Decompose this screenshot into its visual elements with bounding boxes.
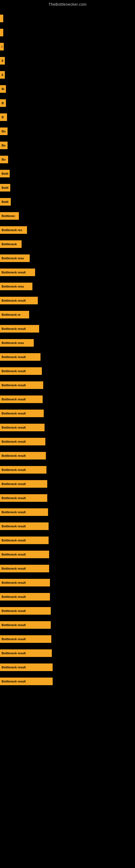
bar-row: Bottleneck result: [0, 519, 135, 533]
bar-row: Bottleneck: [0, 237, 135, 251]
bar-item-33: Bottleneck result: [0, 480, 47, 488]
bar-item-26: Bottleneck result: [0, 381, 43, 389]
bar-label-text-33: Bottleneck result: [2, 482, 26, 486]
bar-label-text-45: Bottleneck result: [2, 652, 26, 655]
bar-item-34: Bottleneck result: [0, 494, 47, 502]
bar-row: Bottleneck resu: [0, 279, 135, 293]
bar-item-31: Bottleneck result: [0, 452, 46, 460]
bar-label-text-16: Bottleneck: [2, 243, 17, 246]
bar-item-40: Bottleneck result: [0, 579, 50, 586]
bar-item-17: Bottleneck resu: [0, 254, 30, 262]
bar-item-46: Bottleneck result: [0, 663, 53, 671]
bar-row: E: [0, 68, 135, 82]
bar-label-text-24: Bottleneck result: [2, 355, 26, 359]
bar-label-text-10: Bo: [2, 158, 6, 161]
bar-label-text-37: Bottleneck result: [2, 539, 26, 542]
bar-item-27: Bottleneck result: [0, 396, 43, 403]
bar-item-7: B: [0, 113, 7, 121]
bar-row: Bottleneck result: [0, 463, 135, 477]
bar-item-28: Bottleneck result: [0, 410, 44, 417]
bar-item-10: Bo: [0, 156, 8, 163]
bar-item-24: Bottleneck result: [0, 353, 41, 361]
bar-row: Bottleneck result: [0, 646, 135, 660]
bar-item-39: Bottleneck result: [0, 565, 49, 572]
bar-item-20: Bottleneck result: [0, 297, 38, 304]
bar-label-text-26: Bottleneck result: [2, 383, 26, 387]
bar-row: Bottleneck result: [0, 322, 135, 336]
bar-label-text-35: Bottleneck result: [2, 510, 26, 514]
bar-item-2: E: [0, 43, 4, 51]
bar-row: Bo: [0, 152, 135, 166]
bar-row: B: [0, 96, 135, 110]
bar-label-text-3: B: [2, 59, 3, 62]
bar-item-29: Bottleneck result: [0, 424, 45, 431]
bar-row: Bottleneck result: [0, 293, 135, 308]
bar-item-42: Bottleneck result: [0, 607, 51, 615]
bar-item-22: Bottleneck result: [0, 325, 39, 333]
bar-row: Bottleneck result: [0, 660, 135, 674]
bar-label-text-2: E: [2, 45, 2, 48]
bar-item-12: Bottl: [0, 184, 10, 191]
bar-row: Bottleneck result: [0, 435, 135, 448]
bar-item-44: Bottleneck result: [0, 635, 51, 643]
bar-label-text-36: Bottleneck result: [2, 525, 26, 528]
bar-label-text-14: Bottlenec: [2, 214, 15, 218]
bar-row: [0, 11, 135, 26]
bar-item-14: Bottlenec: [0, 212, 19, 220]
bars-container: EBEBoBBBoBoBoBottlBottlBottlBottlenecBot…: [0, 9, 135, 688]
bar-row: Bottleneck re: [0, 308, 135, 322]
bar-label-text-39: Bottleneck result: [2, 567, 26, 570]
bar-row: Bottleneck result: [0, 561, 135, 576]
bar-row: Bo: [0, 124, 135, 138]
bar-label-text-27: Bottleneck result: [2, 398, 26, 401]
bar-row: E: [0, 40, 135, 54]
bar-item-8: Bo: [0, 127, 8, 135]
bar-item-35: Bottleneck result: [0, 508, 48, 516]
bar-item-0: [0, 14, 3, 22]
bar-label-text-32: Bottleneck result: [2, 468, 26, 471]
bar-label-text-42: Bottleneck result: [2, 609, 26, 613]
bar-label-text-18: Bottleneck result: [2, 271, 26, 274]
bar-row: B: [0, 54, 135, 68]
bar-item-25: Bottleneck result: [0, 367, 42, 375]
bar-row: Bottleneck result: [0, 604, 135, 618]
bar-item-45: Bottleneck result: [0, 649, 52, 657]
bar-row: Bottleneck resu: [0, 336, 135, 350]
bar-label-text-7: B: [2, 116, 4, 119]
bar-row: Bottleneck result: [0, 392, 135, 406]
bar-label-text-43: Bottleneck result: [2, 623, 26, 627]
bar-row: Bottleneck result: [0, 477, 135, 491]
bar-item-19: Bottleneck resu: [0, 283, 32, 290]
bar-item-41: Bottleneck result: [0, 593, 50, 600]
bar-row: Bottleneck result: [0, 590, 135, 604]
bar-item-15: Bottleneck res: [0, 226, 27, 234]
bar-row: Bottleneck result: [0, 674, 135, 688]
bar-label-text-46: Bottleneck result: [2, 665, 26, 669]
bar-label-text-25: Bottleneck result: [2, 369, 26, 373]
bar-row: Bottleneck result: [0, 618, 135, 632]
bar-label-text-41: Bottleneck result: [2, 595, 26, 598]
bar-label-text-21: Bottleneck re: [2, 313, 20, 316]
bar-row: Bottleneck result: [0, 547, 135, 561]
bar-row: Bottleneck result: [0, 421, 135, 435]
bar-row: Bottlenec: [0, 209, 135, 223]
bar-item-37: Bottleneck result: [0, 536, 49, 544]
bar-item-18: Bottleneck result: [0, 269, 35, 276]
bar-label-text-15: Bottleneck res: [2, 228, 22, 231]
bar-row: Bottleneck result: [0, 378, 135, 392]
bar-item-16: Bottleneck: [0, 240, 21, 248]
bar-label-text-38: Bottleneck result: [2, 553, 26, 556]
bar-label-text-40: Bottleneck result: [2, 581, 26, 584]
bar-row: Bottleneck result: [0, 632, 135, 646]
bar-row: Bottleneck result: [0, 406, 135, 421]
bar-label-text-8: Bo: [2, 130, 6, 133]
bar-item-3: B: [0, 57, 5, 65]
bar-item-9: Bo: [0, 142, 8, 149]
bar-row: Bottleneck result: [0, 350, 135, 364]
bar-item-43: Bottleneck result: [0, 621, 51, 629]
bar-row: Bottleneck result: [0, 265, 135, 279]
site-title: TheBottlenecker.com: [0, 0, 135, 9]
bar-label-text-28: Bottleneck result: [2, 412, 26, 415]
bar-label-text-19: Bottleneck resu: [2, 285, 24, 288]
bar-row: Bottleneck result: [0, 505, 135, 519]
